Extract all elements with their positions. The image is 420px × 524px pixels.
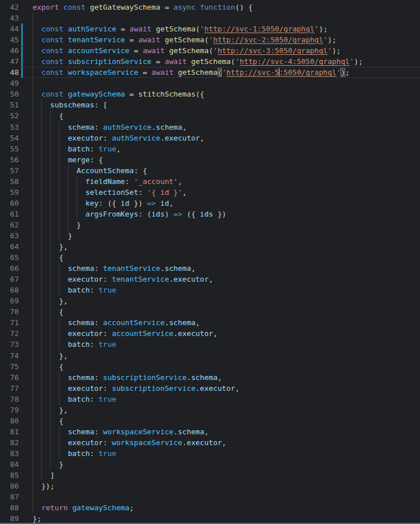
code-line[interactable]: 57 AccountSchema: { <box>0 165 420 176</box>
code-line[interactable]: 50 const gatewaySchema = stitchSchemas({ <box>0 89 420 99</box>
line-number[interactable]: 71 <box>0 317 19 328</box>
line-number[interactable]: 58 <box>0 176 19 187</box>
code-line[interactable]: 43 <box>0 13 420 23</box>
code-line[interactable]: 46 const accountService = await getSchem… <box>0 45 420 56</box>
code-editor[interactable]: 42export const getGatewaySchema = async … <box>0 0 420 524</box>
code-line[interactable]: 61 argsFromKeys: (ids) => ({ ids }) <box>0 209 420 219</box>
code-line[interactable]: 85 ] <box>0 470 420 481</box>
line-number[interactable]: 60 <box>0 198 19 209</box>
line-number[interactable]: 44 <box>0 23 19 34</box>
url-link[interactable]: http://svc-1:5050/graphql <box>205 25 315 33</box>
line-number[interactable]: 49 <box>0 78 19 89</box>
code-line[interactable]: 42export const getGatewaySchema = async … <box>0 2 420 13</box>
line-number[interactable]: 80 <box>0 415 19 426</box>
code-line[interactable]: 86 }); <box>0 481 420 491</box>
line-number[interactable]: 47 <box>0 56 19 67</box>
code-line[interactable]: 72 executor: accountService.executor, <box>0 328 420 339</box>
code-line[interactable]: 53 schema: authService.schema, <box>0 122 420 133</box>
code-line[interactable]: 54 executor: authService.executor, <box>0 133 420 143</box>
code-line[interactable]: 55 batch: true, <box>0 143 420 154</box>
line-number[interactable]: 66 <box>0 263 19 274</box>
line-number[interactable]: 72 <box>0 328 19 339</box>
line-number[interactable]: 62 <box>0 219 19 230</box>
line-number[interactable]: 56 <box>0 154 19 165</box>
line-number[interactable]: 68 <box>0 285 19 295</box>
line-number[interactable]: 59 <box>0 187 19 198</box>
code-line[interactable]: 69 }, <box>0 295 420 306</box>
line-number[interactable]: 78 <box>0 394 19 405</box>
code-line[interactable]: 77 executor: subscriptionService.executo… <box>0 383 420 394</box>
line-number[interactable]: 65 <box>0 252 19 263</box>
code-line[interactable]: 73 batch: true <box>0 339 420 350</box>
line-number[interactable]: 50 <box>0 89 19 99</box>
line-number[interactable]: 67 <box>0 274 19 285</box>
line-number[interactable]: 73 <box>0 339 19 350</box>
line-number[interactable]: 83 <box>0 448 19 459</box>
line-number[interactable]: 52 <box>0 110 19 121</box>
code-line[interactable]: 48 const workspaceService = await getSch… <box>0 67 420 78</box>
line-number[interactable]: 69 <box>0 295 19 306</box>
code-line[interactable]: 82 executor: workspaceService.executor, <box>0 437 420 448</box>
code-line[interactable]: 49 <box>0 78 420 89</box>
git-modified-indicator[interactable] <box>21 23 23 78</box>
line-number[interactable]: 85 <box>0 470 19 481</box>
code-line[interactable]: 64 }, <box>0 241 420 252</box>
url-link[interactable]: :5050/graphql <box>279 68 337 77</box>
code-line[interactable]: 56 merge: { <box>0 154 420 165</box>
code-line[interactable]: 63 } <box>0 230 420 241</box>
line-number[interactable]: 46 <box>0 45 19 56</box>
line-number[interactable]: 54 <box>0 133 19 143</box>
line-number[interactable]: 48 <box>0 67 19 78</box>
line-number[interactable]: 63 <box>0 230 19 241</box>
code-line[interactable]: 80 { <box>0 415 420 426</box>
line-number[interactable]: 45 <box>0 34 19 45</box>
code-line[interactable]: 70 { <box>0 306 420 317</box>
code-line[interactable]: 75 { <box>0 361 420 372</box>
line-number[interactable]: 55 <box>0 143 19 154</box>
line-number[interactable]: 70 <box>0 306 19 317</box>
code-line[interactable]: 83 batch: true <box>0 448 420 459</box>
code-line[interactable]: 67 executor: tenantService.executor, <box>0 274 420 285</box>
code-line[interactable]: 45 const tenantService = await getSchema… <box>0 34 420 45</box>
line-number[interactable]: 88 <box>0 502 19 513</box>
code-line[interactable]: 60 key: ({ id }) => id, <box>0 198 420 209</box>
line-number[interactable]: 43 <box>0 13 19 23</box>
code-line[interactable]: 71 schema: accountService.schema, <box>0 317 420 328</box>
line-number[interactable]: 74 <box>0 350 19 361</box>
line-number[interactable]: 82 <box>0 437 19 448</box>
code-line[interactable]: 58 fieldName: '_account', <box>0 176 420 187</box>
code-line[interactable]: 78 batch: true <box>0 394 420 405</box>
line-number[interactable]: 53 <box>0 122 19 133</box>
code-line[interactable]: 62 } <box>0 219 420 230</box>
line-number[interactable]: 84 <box>0 459 19 470</box>
code-line[interactable]: 84 } <box>0 459 420 470</box>
code-line[interactable]: 68 batch: true <box>0 285 420 295</box>
code-line[interactable]: 76 schema: subscriptionService.schema, <box>0 372 420 383</box>
url-link[interactable]: http://svc-3:5050/graphql <box>218 46 328 55</box>
line-number[interactable]: 86 <box>0 481 19 491</box>
line-number[interactable]: 75 <box>0 361 19 372</box>
url-link[interactable]: http://svc-5 <box>226 68 279 77</box>
line-number[interactable]: 57 <box>0 165 19 176</box>
code-line[interactable]: 65 { <box>0 252 420 263</box>
code-line[interactable]: 52 { <box>0 110 420 121</box>
code-line[interactable]: 51 subschemas: [ <box>0 99 420 110</box>
line-number[interactable]: 76 <box>0 372 19 383</box>
code-line[interactable]: 47 const subscriptionService = await get… <box>0 56 420 67</box>
line-number[interactable]: 61 <box>0 209 19 219</box>
code-line[interactable]: 74 }, <box>0 350 420 361</box>
line-number[interactable]: 42 <box>0 2 19 13</box>
code-line[interactable]: 44 const authService = await getSchema('… <box>0 23 420 34</box>
line-number[interactable]: 87 <box>0 491 19 502</box>
code-line[interactable]: 66 schema: tenantService.schema, <box>0 263 420 274</box>
code-line[interactable]: 81 schema: workspaceService.schema, <box>0 426 420 437</box>
code-line[interactable]: 88 return gatewaySchema; <box>0 502 420 513</box>
line-number[interactable]: 64 <box>0 241 19 252</box>
line-number[interactable]: 81 <box>0 426 19 437</box>
line-number[interactable]: 79 <box>0 405 19 415</box>
code-line[interactable]: 59 selectionSet: '{ id }', <box>0 187 420 198</box>
line-number[interactable]: 51 <box>0 99 19 110</box>
code-line[interactable]: 87 <box>0 491 420 502</box>
url-link[interactable]: http://svc-2:5050/graphql <box>213 35 323 44</box>
line-number[interactable]: 77 <box>0 383 19 394</box>
